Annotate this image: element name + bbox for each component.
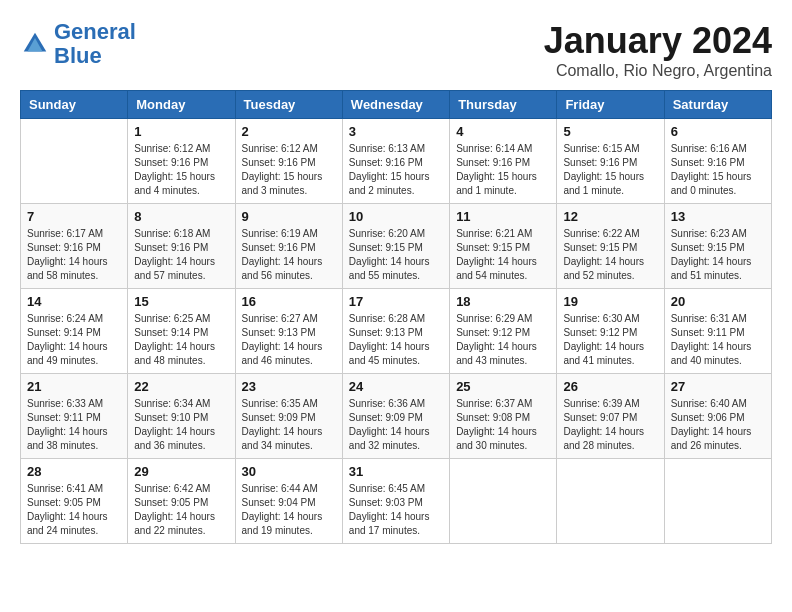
day-number: 6 xyxy=(671,124,765,139)
day-number: 5 xyxy=(563,124,657,139)
calendar-week-row: 1Sunrise: 6:12 AM Sunset: 9:16 PM Daylig… xyxy=(21,119,772,204)
day-info: Sunrise: 6:36 AM Sunset: 9:09 PM Dayligh… xyxy=(349,397,443,453)
calendar-cell: 10Sunrise: 6:20 AM Sunset: 9:15 PM Dayli… xyxy=(342,204,449,289)
day-info: Sunrise: 6:27 AM Sunset: 9:13 PM Dayligh… xyxy=(242,312,336,368)
day-info: Sunrise: 6:19 AM Sunset: 9:16 PM Dayligh… xyxy=(242,227,336,283)
day-number: 9 xyxy=(242,209,336,224)
day-number: 18 xyxy=(456,294,550,309)
day-info: Sunrise: 6:40 AM Sunset: 9:06 PM Dayligh… xyxy=(671,397,765,453)
calendar-cell: 25Sunrise: 6:37 AM Sunset: 9:08 PM Dayli… xyxy=(450,374,557,459)
day-info: Sunrise: 6:15 AM Sunset: 9:16 PM Dayligh… xyxy=(563,142,657,198)
logo-line1: General xyxy=(54,19,136,44)
day-info: Sunrise: 6:35 AM Sunset: 9:09 PM Dayligh… xyxy=(242,397,336,453)
calendar-week-row: 28Sunrise: 6:41 AM Sunset: 9:05 PM Dayli… xyxy=(21,459,772,544)
day-number: 8 xyxy=(134,209,228,224)
day-info: Sunrise: 6:17 AM Sunset: 9:16 PM Dayligh… xyxy=(27,227,121,283)
day-info: Sunrise: 6:45 AM Sunset: 9:03 PM Dayligh… xyxy=(349,482,443,538)
weekday-header-tuesday: Tuesday xyxy=(235,91,342,119)
logo: General Blue xyxy=(20,20,136,68)
calendar-cell: 12Sunrise: 6:22 AM Sunset: 9:15 PM Dayli… xyxy=(557,204,664,289)
calendar-cell xyxy=(450,459,557,544)
day-info: Sunrise: 6:13 AM Sunset: 9:16 PM Dayligh… xyxy=(349,142,443,198)
day-number: 10 xyxy=(349,209,443,224)
calendar-cell: 23Sunrise: 6:35 AM Sunset: 9:09 PM Dayli… xyxy=(235,374,342,459)
title-block: January 2024 Comallo, Rio Negro, Argenti… xyxy=(544,20,772,80)
calendar-week-row: 21Sunrise: 6:33 AM Sunset: 9:11 PM Dayli… xyxy=(21,374,772,459)
calendar-cell: 29Sunrise: 6:42 AM Sunset: 9:05 PM Dayli… xyxy=(128,459,235,544)
day-number: 7 xyxy=(27,209,121,224)
day-number: 2 xyxy=(242,124,336,139)
day-number: 25 xyxy=(456,379,550,394)
calendar-cell: 7Sunrise: 6:17 AM Sunset: 9:16 PM Daylig… xyxy=(21,204,128,289)
calendar-cell: 27Sunrise: 6:40 AM Sunset: 9:06 PM Dayli… xyxy=(664,374,771,459)
day-info: Sunrise: 6:25 AM Sunset: 9:14 PM Dayligh… xyxy=(134,312,228,368)
calendar-cell: 19Sunrise: 6:30 AM Sunset: 9:12 PM Dayli… xyxy=(557,289,664,374)
calendar-cell xyxy=(557,459,664,544)
calendar-cell: 26Sunrise: 6:39 AM Sunset: 9:07 PM Dayli… xyxy=(557,374,664,459)
day-info: Sunrise: 6:23 AM Sunset: 9:15 PM Dayligh… xyxy=(671,227,765,283)
day-info: Sunrise: 6:44 AM Sunset: 9:04 PM Dayligh… xyxy=(242,482,336,538)
day-number: 17 xyxy=(349,294,443,309)
calendar-cell: 6Sunrise: 6:16 AM Sunset: 9:16 PM Daylig… xyxy=(664,119,771,204)
month-title: January 2024 xyxy=(544,20,772,62)
weekday-header-sunday: Sunday xyxy=(21,91,128,119)
day-number: 13 xyxy=(671,209,765,224)
page-header: General Blue January 2024 Comallo, Rio N… xyxy=(20,20,772,80)
calendar-cell: 21Sunrise: 6:33 AM Sunset: 9:11 PM Dayli… xyxy=(21,374,128,459)
day-number: 26 xyxy=(563,379,657,394)
day-number: 29 xyxy=(134,464,228,479)
calendar-cell: 16Sunrise: 6:27 AM Sunset: 9:13 PM Dayli… xyxy=(235,289,342,374)
day-number: 12 xyxy=(563,209,657,224)
calendar-cell xyxy=(664,459,771,544)
calendar-cell: 15Sunrise: 6:25 AM Sunset: 9:14 PM Dayli… xyxy=(128,289,235,374)
calendar-cell: 11Sunrise: 6:21 AM Sunset: 9:15 PM Dayli… xyxy=(450,204,557,289)
calendar-cell: 3Sunrise: 6:13 AM Sunset: 9:16 PM Daylig… xyxy=(342,119,449,204)
calendar-week-row: 14Sunrise: 6:24 AM Sunset: 9:14 PM Dayli… xyxy=(21,289,772,374)
day-info: Sunrise: 6:14 AM Sunset: 9:16 PM Dayligh… xyxy=(456,142,550,198)
day-info: Sunrise: 6:29 AM Sunset: 9:12 PM Dayligh… xyxy=(456,312,550,368)
day-info: Sunrise: 6:31 AM Sunset: 9:11 PM Dayligh… xyxy=(671,312,765,368)
calendar-cell: 5Sunrise: 6:15 AM Sunset: 9:16 PM Daylig… xyxy=(557,119,664,204)
day-number: 3 xyxy=(349,124,443,139)
calendar-cell: 2Sunrise: 6:12 AM Sunset: 9:16 PM Daylig… xyxy=(235,119,342,204)
calendar-cell: 18Sunrise: 6:29 AM Sunset: 9:12 PM Dayli… xyxy=(450,289,557,374)
calendar-cell: 20Sunrise: 6:31 AM Sunset: 9:11 PM Dayli… xyxy=(664,289,771,374)
day-info: Sunrise: 6:24 AM Sunset: 9:14 PM Dayligh… xyxy=(27,312,121,368)
day-info: Sunrise: 6:21 AM Sunset: 9:15 PM Dayligh… xyxy=(456,227,550,283)
logo-icon xyxy=(20,29,50,59)
day-info: Sunrise: 6:18 AM Sunset: 9:16 PM Dayligh… xyxy=(134,227,228,283)
weekday-header-row: SundayMondayTuesdayWednesdayThursdayFrid… xyxy=(21,91,772,119)
calendar-cell: 14Sunrise: 6:24 AM Sunset: 9:14 PM Dayli… xyxy=(21,289,128,374)
calendar-table: SundayMondayTuesdayWednesdayThursdayFrid… xyxy=(20,90,772,544)
weekday-header-friday: Friday xyxy=(557,91,664,119)
weekday-header-monday: Monday xyxy=(128,91,235,119)
weekday-header-wednesday: Wednesday xyxy=(342,91,449,119)
day-number: 20 xyxy=(671,294,765,309)
day-info: Sunrise: 6:34 AM Sunset: 9:10 PM Dayligh… xyxy=(134,397,228,453)
day-number: 19 xyxy=(563,294,657,309)
weekday-header-saturday: Saturday xyxy=(664,91,771,119)
day-info: Sunrise: 6:33 AM Sunset: 9:11 PM Dayligh… xyxy=(27,397,121,453)
calendar-cell: 30Sunrise: 6:44 AM Sunset: 9:04 PM Dayli… xyxy=(235,459,342,544)
day-number: 23 xyxy=(242,379,336,394)
location-subtitle: Comallo, Rio Negro, Argentina xyxy=(544,62,772,80)
calendar-cell: 17Sunrise: 6:28 AM Sunset: 9:13 PM Dayli… xyxy=(342,289,449,374)
calendar-cell: 31Sunrise: 6:45 AM Sunset: 9:03 PM Dayli… xyxy=(342,459,449,544)
day-number: 11 xyxy=(456,209,550,224)
day-info: Sunrise: 6:37 AM Sunset: 9:08 PM Dayligh… xyxy=(456,397,550,453)
day-number: 4 xyxy=(456,124,550,139)
day-info: Sunrise: 6:28 AM Sunset: 9:13 PM Dayligh… xyxy=(349,312,443,368)
calendar-cell: 1Sunrise: 6:12 AM Sunset: 9:16 PM Daylig… xyxy=(128,119,235,204)
calendar-cell: 22Sunrise: 6:34 AM Sunset: 9:10 PM Dayli… xyxy=(128,374,235,459)
calendar-cell: 24Sunrise: 6:36 AM Sunset: 9:09 PM Dayli… xyxy=(342,374,449,459)
calendar-week-row: 7Sunrise: 6:17 AM Sunset: 9:16 PM Daylig… xyxy=(21,204,772,289)
day-info: Sunrise: 6:39 AM Sunset: 9:07 PM Dayligh… xyxy=(563,397,657,453)
day-number: 24 xyxy=(349,379,443,394)
day-info: Sunrise: 6:20 AM Sunset: 9:15 PM Dayligh… xyxy=(349,227,443,283)
calendar-cell: 28Sunrise: 6:41 AM Sunset: 9:05 PM Dayli… xyxy=(21,459,128,544)
day-info: Sunrise: 6:12 AM Sunset: 9:16 PM Dayligh… xyxy=(134,142,228,198)
day-info: Sunrise: 6:16 AM Sunset: 9:16 PM Dayligh… xyxy=(671,142,765,198)
day-info: Sunrise: 6:12 AM Sunset: 9:16 PM Dayligh… xyxy=(242,142,336,198)
calendar-cell: 8Sunrise: 6:18 AM Sunset: 9:16 PM Daylig… xyxy=(128,204,235,289)
day-number: 1 xyxy=(134,124,228,139)
